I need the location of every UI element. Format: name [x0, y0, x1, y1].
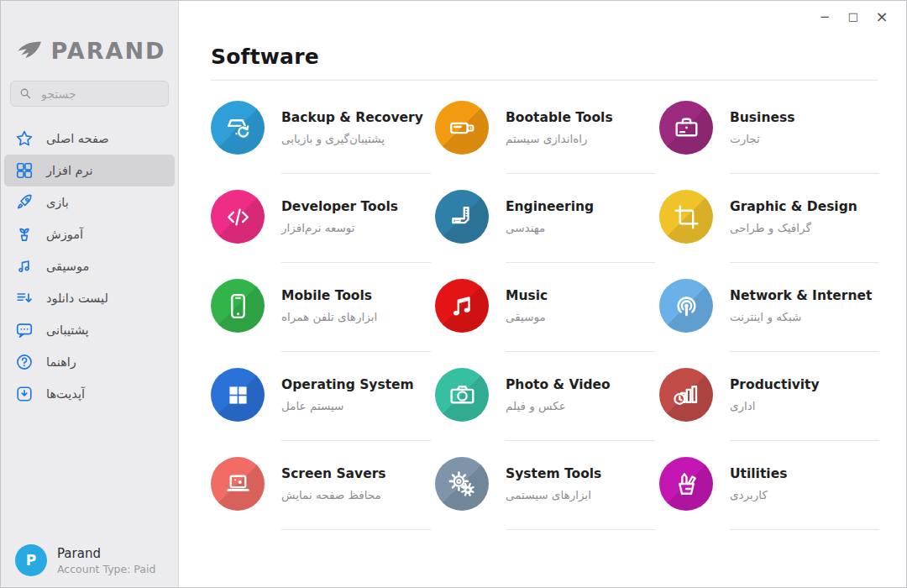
category-subtitle: توسعه نرم‌افزار [281, 221, 398, 234]
category-divider [281, 351, 431, 352]
category-subtitle: شبکه و اینترنت [730, 310, 872, 323]
page-title: Software [211, 45, 906, 69]
category-engineering[interactable]: Engineeringمهندسی [435, 190, 659, 279]
category-graphic-design[interactable]: Graphic & Designگرافیک و طراحی [659, 190, 883, 279]
category-bootable-tools[interactable]: Bootable Toolsراه‌اندازی سیستم [435, 101, 659, 190]
category-title: System Tools [506, 466, 601, 481]
category-subtitle: ابزارهای سیستمی [506, 488, 601, 501]
category-divider [730, 351, 879, 352]
category-developer-tools[interactable]: Developer Toolsتوسعه نرم‌افزار [211, 190, 435, 279]
category-title: Graphic & Design [730, 199, 857, 214]
maximize-button[interactable]: □ [839, 8, 868, 26]
user-name: Parand [57, 546, 155, 561]
download-list-icon [15, 289, 34, 307]
sidebar-item-education[interactable]: آموزش [4, 218, 175, 250]
sidebar-item-music[interactable]: موسیقی [4, 250, 175, 282]
sidebar-item-download-list[interactable]: لیست دانلود [4, 282, 175, 314]
apps-grid-icon [15, 161, 34, 180]
category-subtitle: موسیقی [506, 310, 548, 323]
category-system-tools[interactable]: System Toolsابزارهای سیستمی [435, 457, 659, 546]
category-utilities[interactable]: Utilitiesکاربردی [659, 457, 883, 546]
broadcast-icon [659, 279, 713, 333]
category-operating-system[interactable]: Operating Systemسیستم عامل [211, 368, 435, 457]
update-download-icon [15, 385, 34, 403]
parand-logo: PARAND [1, 38, 178, 64]
category-subtitle: کاربردی [730, 488, 787, 501]
category-subtitle: گرافیک و طراحی [730, 221, 857, 234]
sidebar-item-label: صفحه اصلی [46, 132, 109, 145]
user-profile[interactable]: P Parand Account Type: Paid [15, 544, 155, 576]
category-subtitle: ابزارهای تلفن همراه [281, 310, 377, 323]
sidebar-item-label: آموزش [46, 228, 83, 241]
category-photo-video[interactable]: Photo & Videoعکس و فیلم [435, 368, 659, 457]
camera-icon [435, 368, 489, 422]
briefcase-icon [659, 101, 713, 155]
category-subtitle: عکس و فیلم [506, 399, 611, 412]
laptop-icon [211, 457, 265, 511]
category-backup-recovery[interactable]: Backup & Recoveryپشتیبان‌گیری و بازیابی [211, 101, 435, 190]
sidebar-item-games[interactable]: بازی [4, 186, 175, 218]
category-network-internet[interactable]: Network & Internetشبکه و اینترنت [659, 279, 883, 368]
category-title: Music [506, 288, 548, 303]
sidebar-item-help[interactable]: راهنما [4, 346, 175, 378]
category-music[interactable]: Musicموسیقی [435, 279, 659, 368]
windows-icon [211, 368, 265, 422]
category-subtitle: سیستم عامل [281, 399, 414, 412]
sidebar-item-support[interactable]: پشتیبانی [4, 314, 175, 346]
category-mobile-tools[interactable]: Mobile Toolsابزارهای تلفن همراه [211, 279, 435, 368]
smartphone-icon [211, 279, 265, 333]
window-controls: −□× [810, 8, 896, 26]
category-divider [506, 440, 655, 441]
category-productivity[interactable]: Productivityاداری [659, 368, 883, 457]
category-title: Engineering [506, 199, 594, 214]
category-divider [506, 173, 655, 174]
category-subtitle: پشتیبان‌گیری و بازیابی [281, 132, 423, 145]
chart-clock-icon [659, 368, 713, 422]
minimize-button[interactable]: − [810, 8, 839, 26]
toolbox-icon [659, 457, 713, 511]
category-title: Backup & Recovery [281, 110, 423, 125]
sidebar-item-updates[interactable]: آپدیت‌ها [4, 378, 175, 410]
category-title: Mobile Tools [281, 288, 377, 303]
gears-icon [435, 457, 489, 511]
category-screen-savers[interactable]: Screen Saversمحافظ صفحه نمایش [211, 457, 435, 546]
search-icon [18, 87, 33, 101]
category-divider [281, 529, 431, 530]
category-divider [730, 173, 879, 174]
category-divider [281, 440, 431, 441]
sidebar-item-home[interactable]: صفحه اصلی [4, 123, 175, 155]
category-business[interactable]: Businessتجارت [659, 101, 883, 190]
search-box[interactable] [10, 81, 169, 107]
category-title: Operating System [281, 377, 414, 392]
star-icon [15, 129, 34, 148]
category-title: Screen Savers [281, 466, 386, 481]
music-notes-icon [15, 257, 34, 276]
category-title: Photo & Video [506, 377, 611, 392]
category-subtitle: اداری [730, 399, 820, 412]
chat-icon [15, 321, 34, 339]
category-divider [281, 173, 431, 174]
search-input[interactable] [39, 87, 160, 102]
category-title: Productivity [730, 377, 820, 392]
category-subtitle: مهندسی [506, 221, 594, 234]
sidebar-item-label: نرم افزار [46, 164, 93, 177]
app-window: PARAND صفحه اصلینرم افزاربازیآموزشموسیقی… [0, 0, 907, 588]
backup-icon [211, 101, 265, 155]
sidebar-item-label: آپدیت‌ها [46, 387, 85, 401]
rocket-icon [15, 193, 34, 212]
sidebar-item-label: بازی [46, 196, 69, 209]
sidebar-item-label: لیست دانلود [46, 291, 108, 305]
sidebar-item-label: پشتیبانی [46, 323, 89, 337]
category-divider [506, 529, 655, 530]
parand-wing-icon [13, 39, 45, 63]
account-type: Account Type: Paid [57, 563, 155, 575]
close-button[interactable]: × [868, 8, 896, 26]
sidebar: PARAND صفحه اصلینرم افزاربازیآموزشموسیقی… [1, 1, 179, 587]
avatar: P [15, 544, 47, 576]
sidebar-item-software[interactable]: نرم افزار [4, 155, 175, 186]
category-divider [730, 440, 879, 441]
category-subtitle: تجارت [730, 132, 794, 145]
category-divider [506, 351, 655, 352]
code-icon [211, 190, 265, 244]
category-divider [281, 262, 431, 263]
